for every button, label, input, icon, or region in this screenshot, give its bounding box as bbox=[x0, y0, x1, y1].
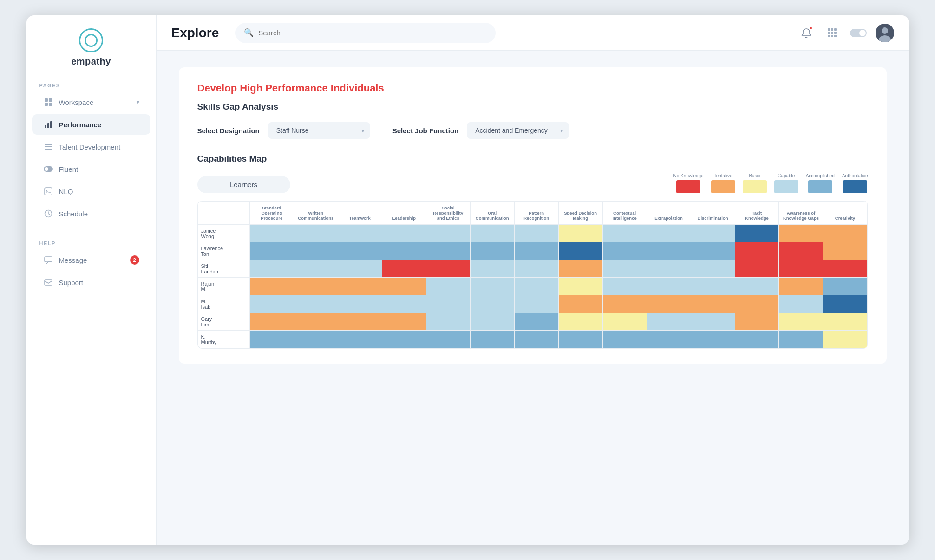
heatmap-cell-1-1 bbox=[294, 242, 338, 260]
heatmap-cell-3-2 bbox=[338, 278, 382, 295]
heatmap-cell-4-9 bbox=[647, 295, 691, 313]
heatmap-table: Standard OperatingProcedureWrittenCommun… bbox=[198, 201, 868, 348]
job-function-filter: Select Job Function Accident and Emergen… bbox=[392, 122, 569, 139]
heatmap-cell-5-4 bbox=[426, 313, 470, 331]
heatmap-row-name-4: M.Isak bbox=[198, 295, 249, 313]
table-row: RajunM. bbox=[198, 278, 867, 295]
sidebar-item-schedule-label: Schedule bbox=[59, 210, 88, 218]
heatmap-row-name-1: LawrenceTan bbox=[198, 242, 249, 260]
legend-item-capable: Capable bbox=[774, 173, 798, 193]
svg-rect-0 bbox=[45, 98, 48, 102]
clock-icon bbox=[43, 208, 53, 219]
header-actions bbox=[798, 24, 894, 42]
search-input[interactable] bbox=[258, 29, 487, 37]
heatmap-cell-0-8 bbox=[602, 225, 647, 242]
heatmap-cell-2-6 bbox=[514, 260, 558, 278]
heatmap-cell-0-0 bbox=[249, 225, 294, 242]
heatmap-col-2: Teamwork bbox=[338, 202, 382, 225]
heatmap-cell-5-7 bbox=[558, 313, 602, 331]
heatmap-col-9: Extrapolation bbox=[647, 202, 691, 225]
sidebar-item-workspace-label: Workspace bbox=[59, 98, 94, 106]
pages-section-label: PAGES bbox=[26, 74, 156, 91]
heatmap-row-name-6: K.Murthy bbox=[198, 331, 249, 348]
message-badge: 2 bbox=[130, 255, 139, 265]
heatmap-col-7: Speed DecisionMaking bbox=[558, 202, 602, 225]
sidebar-item-schedule[interactable]: Schedule bbox=[32, 203, 150, 224]
terminal-icon bbox=[43, 186, 53, 196]
content-area: Develop High Performance Individuals Ski… bbox=[157, 51, 909, 545]
heatmap-cell-1-7 bbox=[558, 242, 602, 260]
heatmap-col-11: TacitKnowledge bbox=[735, 202, 779, 225]
job-function-select[interactable]: Accident and Emergency General Ward ICU bbox=[467, 122, 569, 139]
heatmap-cell-6-9 bbox=[647, 331, 691, 348]
heatmap-cell-0-13 bbox=[823, 225, 867, 242]
heatmap-col-4: Social Responsibilityand Ethics bbox=[426, 202, 470, 225]
job-function-select-wrapper[interactable]: Accident and Emergency General Ward ICU bbox=[467, 122, 569, 139]
heatmap-col-12: Awareness ofKnowledge Gaps bbox=[779, 202, 823, 225]
heatmap-cell-2-8 bbox=[602, 260, 647, 278]
list-icon bbox=[43, 142, 53, 152]
heatmap-cell-1-3 bbox=[382, 242, 426, 260]
heatmap-cell-2-3 bbox=[382, 260, 426, 278]
heatmap-cell-4-5 bbox=[470, 295, 514, 313]
sidebar-item-workspace[interactable]: Workspace ▾ bbox=[32, 92, 150, 112]
svg-point-19 bbox=[882, 27, 888, 34]
heatmap-cell-5-11 bbox=[735, 313, 779, 331]
heatmap-cell-3-4 bbox=[426, 278, 470, 295]
toggle-icon bbox=[43, 164, 53, 174]
search-bar[interactable]: 🔍 bbox=[235, 23, 496, 43]
heatmap-cell-2-7 bbox=[558, 260, 602, 278]
main-area: Explore 🔍 bbox=[157, 15, 909, 545]
heatmap-cell-5-12 bbox=[779, 313, 823, 331]
heatmap-col-3: Leadership bbox=[382, 202, 426, 225]
notification-button[interactable] bbox=[798, 24, 815, 42]
sidebar-item-fluent-label: Fluent bbox=[59, 165, 78, 173]
svg-point-11 bbox=[45, 167, 48, 171]
svg-rect-9 bbox=[45, 149, 52, 150]
avatar[interactable] bbox=[876, 24, 894, 42]
designation-select[interactable]: Staff Nurse Senior Nurse Head Nurse bbox=[268, 122, 370, 139]
sidebar-item-message[interactable]: Message 2 bbox=[32, 250, 150, 270]
heatmap-cell-4-1 bbox=[294, 295, 338, 313]
heatmap-cell-4-6 bbox=[514, 295, 558, 313]
sidebar-item-performance[interactable]: Performance bbox=[32, 114, 150, 135]
heatmap-cell-3-3 bbox=[382, 278, 426, 295]
sidebar-item-support[interactable]: Support bbox=[32, 272, 150, 293]
grid-icon bbox=[43, 97, 53, 107]
heatmap-cell-6-10 bbox=[691, 331, 735, 348]
heatmap-cell-4-10 bbox=[691, 295, 735, 313]
heatmap-cell-4-13 bbox=[823, 295, 867, 313]
heatmap-cell-2-5 bbox=[470, 260, 514, 278]
heatmap-cell-3-5 bbox=[470, 278, 514, 295]
heatmap-cell-2-4 bbox=[426, 260, 470, 278]
heatmap-cell-2-13 bbox=[823, 260, 867, 278]
apps-button[interactable] bbox=[824, 24, 841, 42]
sidebar-item-fluent[interactable]: Fluent bbox=[32, 159, 150, 179]
svg-rect-3 bbox=[49, 103, 52, 106]
heatmap-cell-2-9 bbox=[647, 260, 691, 278]
heatmap-cell-0-2 bbox=[338, 225, 382, 242]
heatmap-cell-5-0 bbox=[249, 313, 294, 331]
sidebar-item-nlq[interactable]: NLQ bbox=[32, 181, 150, 202]
help-section-label: HELP bbox=[26, 232, 156, 249]
heatmap-cell-3-13 bbox=[823, 278, 867, 295]
heatmap-col-13: Creativity bbox=[823, 202, 867, 225]
heatmap-cell-0-4 bbox=[426, 225, 470, 242]
heatmap-cell-1-6 bbox=[514, 242, 558, 260]
learners-button[interactable]: Learners bbox=[197, 176, 290, 193]
svg-rect-12 bbox=[45, 188, 52, 195]
designation-select-wrapper[interactable]: Staff Nurse Senior Nurse Head Nurse bbox=[268, 122, 370, 139]
heatmap-cell-1-4 bbox=[426, 242, 470, 260]
heatmap-cell-4-2 bbox=[338, 295, 382, 313]
toggle-switch-button[interactable] bbox=[850, 24, 867, 42]
sidebar-item-nlq-label: NLQ bbox=[59, 188, 73, 195]
legend-item-no-knowledge: No Knowledge bbox=[673, 173, 704, 193]
heatmap-cell-4-7 bbox=[558, 295, 602, 313]
heatmap-cell-1-2 bbox=[338, 242, 382, 260]
heatmap-cell-2-12 bbox=[779, 260, 823, 278]
heatmap-cell-0-1 bbox=[294, 225, 338, 242]
heatmap-cell-1-0 bbox=[249, 242, 294, 260]
sidebar-item-talent-development[interactable]: Talent Development bbox=[32, 137, 150, 157]
heatmap-cell-6-6 bbox=[514, 331, 558, 348]
heatmap-cell-1-10 bbox=[691, 242, 735, 260]
